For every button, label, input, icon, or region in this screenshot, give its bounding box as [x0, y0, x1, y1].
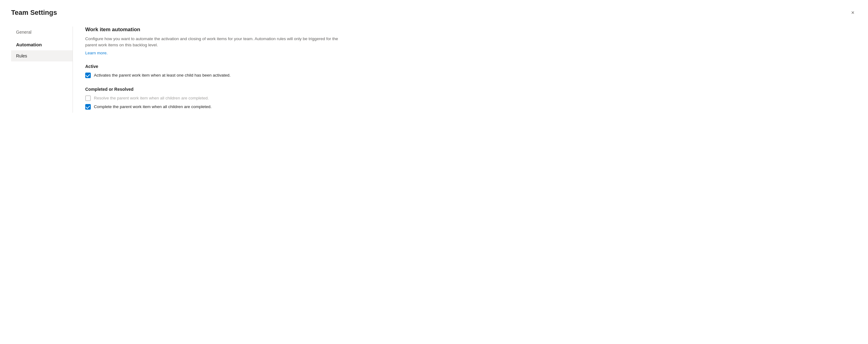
layout: General Automation Rules Work item autom… — [11, 27, 857, 113]
completed-section-label: Completed or Resolved — [85, 87, 857, 92]
sidebar-item-rules[interactable]: Rules — [11, 50, 72, 61]
learn-more-link[interactable]: Learn more. — [85, 51, 108, 55]
resolve-checkbox[interactable] — [85, 95, 91, 101]
complete-checkbox-wrapper: Complete the parent work item when all c… — [85, 104, 212, 110]
section-title: Work item automation — [85, 27, 857, 33]
active-checkbox-label: Activates the parent work item when at l… — [94, 73, 231, 77]
complete-checkbox[interactable] — [85, 104, 91, 110]
sidebar-item-general[interactable]: General — [11, 27, 72, 37]
team-settings-dialog: Team Settings × General Automation Rules… — [0, 0, 868, 344]
resolve-checkbox-label: Resolve the parent work item when all ch… — [94, 96, 209, 100]
complete-checkbox-row: Complete the parent work item when all c… — [85, 104, 857, 110]
main-content: Work item automation Configure how you w… — [85, 27, 857, 113]
completed-section: Completed or Resolved Resolve the parent… — [85, 87, 857, 110]
sidebar-item-automation-label: Automation — [11, 37, 72, 50]
sidebar: General Automation Rules — [11, 27, 73, 113]
dialog-title: Team Settings — [11, 9, 57, 17]
active-checkbox-row: Activates the parent work item when at l… — [85, 72, 857, 78]
resolve-checkbox-wrapper: Resolve the parent work item when all ch… — [85, 95, 209, 101]
active-section: Active Activates the parent work item wh… — [85, 64, 857, 78]
dialog-header: Team Settings × — [11, 9, 857, 17]
resolve-checkbox-row: Resolve the parent work item when all ch… — [85, 95, 857, 101]
complete-checkbox-label: Complete the parent work item when all c… — [94, 104, 212, 109]
description-text: Configure how you want to automate the a… — [85, 36, 338, 49]
active-checkbox-wrapper: Activates the parent work item when at l… — [85, 72, 231, 78]
active-section-label: Active — [85, 64, 857, 69]
close-button[interactable]: × — [848, 9, 857, 17]
active-checkbox[interactable] — [85, 72, 91, 78]
